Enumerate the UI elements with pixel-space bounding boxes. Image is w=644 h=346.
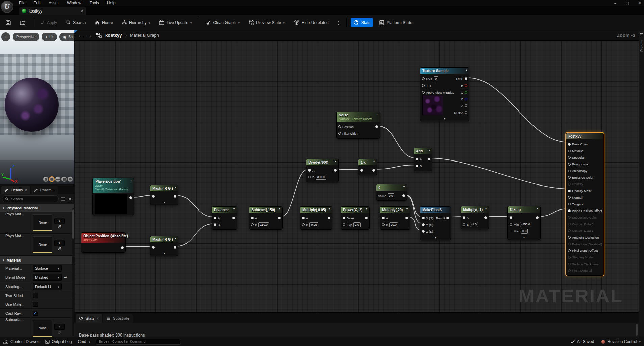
multiply-005-value-b[interactable]: 0.05 bbox=[309, 222, 318, 227]
tab-stats[interactable]: Stats × bbox=[76, 314, 102, 323]
node-one-minus-x[interactable]: 1-x▾ bbox=[358, 159, 377, 175]
divide-in-pin-b[interactable] bbox=[308, 176, 311, 178]
subsurfa-asset-thumbnail[interactable]: None bbox=[33, 320, 52, 337]
blend-mode-select[interactable]: Masked▾ bbox=[33, 274, 62, 281]
texture-sample-out-pin-r[interactable] bbox=[465, 84, 467, 87]
node-kostkyy[interactable]: kostkyyBase ColorMetallicSpecularRoughne… bbox=[566, 133, 604, 276]
mask-top-in-pin[interactable] bbox=[152, 195, 155, 198]
mask-bottom-out-pin[interactable] bbox=[174, 246, 176, 249]
collapse-chevron-icon[interactable]: ▾ bbox=[537, 207, 538, 210]
one-minus-x-header[interactable]: 1-x▾ bbox=[358, 159, 377, 165]
node-makefloat3[interactable]: MakeFloat3X (S)ResultY (S)Z (S)▾ bbox=[420, 206, 451, 240]
object-position-header[interactable]: Object Position (Absolute)Input Data▾ bbox=[81, 233, 125, 243]
console-command-input[interactable] bbox=[96, 339, 180, 345]
show-dropdown[interactable]: ◉Show bbox=[59, 33, 74, 41]
preview-state-button[interactable]: Preview State▾ bbox=[246, 18, 288, 27]
cmd-dropdown[interactable]: Cmd▾ bbox=[78, 339, 90, 344]
hierarchy-button[interactable]: Hierarchy▾ bbox=[119, 18, 153, 27]
apply-button[interactable]: Apply bbox=[37, 19, 60, 27]
expand-chevron-icon[interactable]: ▾ bbox=[420, 236, 451, 240]
kostkyy-in-pin-opacity-mask[interactable] bbox=[568, 190, 571, 192]
node-multiply-20[interactable]: Multiply(,20)▾AB20.0 bbox=[380, 206, 410, 230]
texture-sample-out-pin-a[interactable] bbox=[465, 104, 467, 107]
node-multiply-005[interactable]: Multiply(,0.05)▾AB0.05 bbox=[300, 206, 332, 230]
divide-value-b[interactable]: 300.0 bbox=[316, 175, 326, 180]
makefloat3-header[interactable]: MakeFloat3 bbox=[420, 207, 451, 213]
noise-in-pin-filterwidth[interactable] bbox=[338, 132, 341, 135]
kostkyy-in-pin-normal[interactable] bbox=[568, 196, 571, 199]
tab-details[interactable]: Details × bbox=[1, 186, 30, 194]
collapse-chevron-icon[interactable]: ▾ bbox=[403, 185, 405, 188]
multiply-005-header[interactable]: Multiply(,0.05)▾ bbox=[300, 207, 332, 213]
texture-sample-out-pin-rgb[interactable] bbox=[465, 77, 467, 80]
add-header[interactable]: Add▾ bbox=[414, 148, 432, 154]
shape-teapot-button[interactable] bbox=[67, 176, 73, 182]
noise-in-pin-position[interactable] bbox=[338, 125, 341, 128]
zero-value-value[interactable]: 0.0 bbox=[388, 193, 395, 198]
add-out-pin[interactable] bbox=[428, 158, 430, 160]
browse-to-asset-button[interactable] bbox=[17, 18, 29, 27]
wire-mask-bottom-to-distance[interactable] bbox=[176, 224, 214, 246]
playerposition-out-pin[interactable] bbox=[129, 196, 132, 199]
collapse-chevron-icon[interactable]: ▾ bbox=[329, 207, 330, 211]
phys-mat-asset-thumbnail[interactable]: None bbox=[33, 214, 52, 231]
power-header[interactable]: Power(X, 2)▾ bbox=[341, 207, 369, 213]
collapse-chevron-icon[interactable]: ▾ bbox=[429, 149, 430, 152]
mask-bottom-header[interactable]: Mask ( R G )▾ bbox=[150, 236, 178, 242]
wire-mask-top-to-distance[interactable] bbox=[176, 195, 214, 217]
menu-edit[interactable]: Edit bbox=[30, 0, 44, 6]
playerposition-header[interactable]: 'Playerposition'player (float4) Collecti… bbox=[93, 178, 134, 193]
texture-sample-out-pin-g[interactable] bbox=[465, 91, 467, 94]
subtract-value-b[interactable]: 150.0 bbox=[258, 222, 269, 227]
zero-out-pin[interactable] bbox=[402, 194, 405, 197]
hide-unrelated-button[interactable]: Hide Unrelated bbox=[291, 18, 331, 27]
power-out-pin[interactable] bbox=[365, 217, 368, 219]
collapse-chevron-icon[interactable]: ▴ bbox=[466, 68, 467, 71]
makefloat3-out-pin-result[interactable] bbox=[446, 217, 449, 219]
clamp-out-pin[interactable] bbox=[536, 216, 539, 219]
zero-header[interactable]: 0▾ bbox=[376, 184, 407, 191]
shape-plane-button[interactable] bbox=[55, 176, 61, 182]
subsurfa-asset-dropdown[interactable]: ▾ bbox=[54, 324, 65, 330]
tab-parameters[interactable]: Param... bbox=[31, 186, 58, 194]
wire-playerposition-to-mask-top[interactable] bbox=[132, 195, 152, 197]
multiply-neg1-header[interactable]: Multiply(,-1)▾ bbox=[461, 206, 489, 213]
node-mask-top[interactable]: Mask ( R G )▾▾ bbox=[150, 185, 178, 205]
expand-chevron-icon[interactable]: ▾ bbox=[150, 201, 178, 205]
collapse-chevron-icon[interactable]: ▾ bbox=[175, 186, 176, 189]
shape-cylinder-button[interactable] bbox=[43, 176, 49, 182]
clamp-value-max[interactable]: 0.0 bbox=[521, 229, 528, 234]
collapse-chevron-icon[interactable]: ▴ bbox=[130, 179, 132, 182]
shading-select[interactable]: Default Li▾ bbox=[33, 283, 62, 290]
kostkyy-in-pin-opacity[interactable] bbox=[568, 183, 571, 186]
node-noise[interactable]: NoiseSimplex - Texture Based▾PositionFil… bbox=[336, 112, 380, 139]
power-in-pin-exp[interactable] bbox=[343, 223, 345, 226]
node-clamp[interactable]: Clamp▾Min-150.0Max0.0▾ bbox=[507, 206, 541, 240]
texture-sample-out-pin-b[interactable] bbox=[465, 98, 467, 100]
lit-mode-dropdown[interactable]: ◐Lit bbox=[42, 33, 57, 41]
breadcrumb-page[interactable]: Material Graph bbox=[130, 33, 159, 38]
graph-canvas[interactable]: Texture Sample▴UVs0RGBTexRApply View Mip… bbox=[74, 41, 639, 312]
wire-clamp-to-kostkyy[interactable] bbox=[538, 209, 568, 217]
multiply-neg1-value-b[interactable]: -1.0 bbox=[470, 222, 478, 227]
multiply-20-value-b[interactable]: 20.0 bbox=[389, 222, 398, 227]
one-minus-x-in-pin[interactable] bbox=[360, 169, 363, 172]
multiply-neg1-in-pin-b[interactable] bbox=[463, 223, 465, 226]
gear-icon[interactable] bbox=[68, 197, 72, 201]
clamp-in-pin-max[interactable] bbox=[510, 230, 512, 232]
divide-in-pin-a[interactable] bbox=[308, 169, 311, 172]
use-mate-checkbox[interactable] bbox=[33, 302, 38, 307]
multiply-005-in-pin-b[interactable] bbox=[302, 223, 305, 226]
multiply-20-in-pin-a[interactable] bbox=[382, 217, 385, 219]
minimize-icon[interactable]: – bbox=[613, 1, 618, 5]
phys-mat-asset-dropdown[interactable]: ▾ bbox=[54, 240, 65, 246]
collapse-chevron-icon[interactable]: ▾ bbox=[376, 113, 378, 116]
filter-lines-icon[interactable] bbox=[61, 197, 66, 201]
makefloat3-in-pin-y-s[interactable] bbox=[422, 223, 425, 226]
viewport-menu-icon[interactable]: ≡ bbox=[1, 32, 10, 41]
menu-asset[interactable]: Asset bbox=[45, 0, 62, 6]
clamp-header[interactable]: Clamp▾ bbox=[508, 206, 540, 213]
details-tab-close-icon[interactable]: × bbox=[25, 188, 27, 192]
texture-sample-out-pin-rgba[interactable] bbox=[465, 111, 467, 114]
node-subtract[interactable]: Subtract(,150)▾AB150.0 bbox=[249, 206, 283, 230]
